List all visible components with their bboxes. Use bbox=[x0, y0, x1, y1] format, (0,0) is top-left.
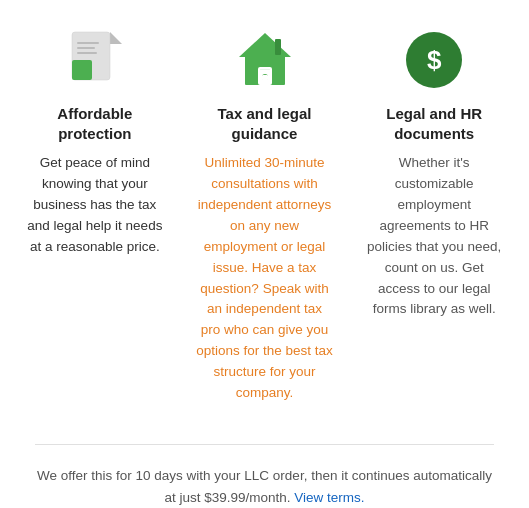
card-3-title: Legal and HR documents bbox=[365, 104, 503, 143]
svg-rect-13 bbox=[275, 39, 281, 55]
footer-main-text: We offer this for 10 days with your LLC … bbox=[37, 468, 492, 505]
dollar-circle-icon: $ bbox=[406, 32, 462, 88]
house-icon-wrapper bbox=[235, 30, 295, 90]
dollar-circle-icon-wrapper: $ bbox=[404, 30, 464, 90]
card-1-text: Get peace of mind knowing that your busi… bbox=[26, 153, 164, 258]
card-2-title: Tax and legal guidance bbox=[196, 104, 334, 143]
card-1-title: Affordable protection bbox=[26, 104, 164, 143]
footer-section: We offer this for 10 days with your LLC … bbox=[10, 465, 519, 508]
svg-marker-7 bbox=[239, 33, 291, 57]
card-affordable-protection: Affordable protection Get peace of mind … bbox=[10, 20, 180, 268]
shield-doc-icon bbox=[68, 30, 122, 90]
card-3-text: Whether it's customizable employment agr… bbox=[365, 153, 503, 320]
svg-rect-6 bbox=[77, 52, 97, 54]
svg-rect-4 bbox=[77, 42, 99, 44]
card-2-text: Unlimited 30-minute consultations with i… bbox=[196, 153, 334, 404]
svg-marker-1 bbox=[110, 32, 122, 44]
card-legal-hr: $ Legal and HR documents Whether it's cu… bbox=[349, 20, 519, 330]
cards-container: Affordable protection Get peace of mind … bbox=[10, 20, 519, 414]
svg-rect-5 bbox=[77, 47, 95, 49]
view-terms-link[interactable]: View terms. bbox=[294, 490, 364, 505]
shield-doc-icon-wrapper bbox=[65, 30, 125, 90]
svg-rect-11 bbox=[262, 75, 268, 80]
house-icon bbox=[237, 31, 293, 89]
svg-rect-3 bbox=[72, 60, 92, 80]
svg-rect-12 bbox=[260, 69, 270, 70]
section-divider bbox=[35, 444, 493, 445]
card-tax-legal: Tax and legal guidance Unlimited 30-minu… bbox=[180, 20, 350, 414]
